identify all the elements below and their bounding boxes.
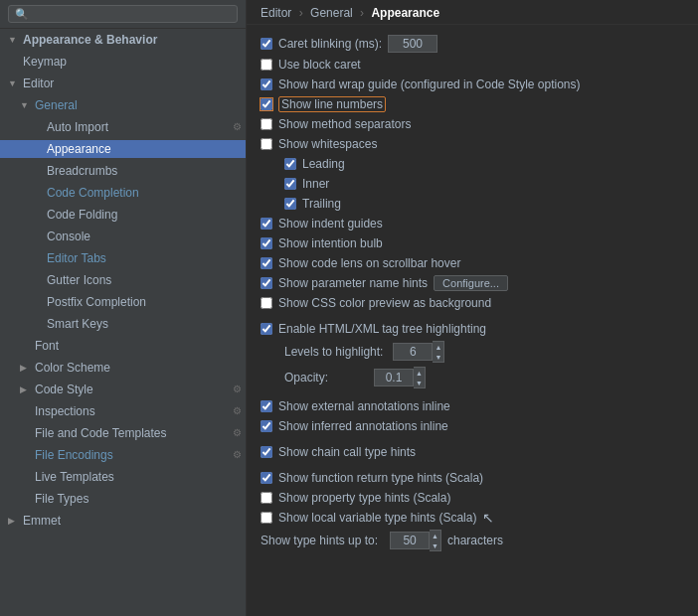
leading-checkbox[interactable] <box>284 158 296 170</box>
show-property-wrapper[interactable]: Show property type hints (Scala) <box>261 491 450 505</box>
opacity-input[interactable] <box>374 369 414 386</box>
show-external-checkbox[interactable] <box>261 400 272 412</box>
sidebar-item-appearance-behavior[interactable]: Appearance & Behavior <box>0 29 246 51</box>
show-hard-wrap-wrapper[interactable]: Show hard wrap guide (configured in Code… <box>261 77 581 91</box>
leading-label: Leading <box>302 157 345 171</box>
show-local-variable-wrapper[interactable]: Show local variable type hints (Scala) <box>261 511 476 525</box>
show-indent-guides-label: Show indent guides <box>278 217 383 231</box>
show-hard-wrap-checkbox[interactable] <box>261 78 272 90</box>
show-external-wrapper[interactable]: Show external annotations inline <box>261 399 450 413</box>
configure-button[interactable]: Configure... <box>434 275 508 291</box>
enable-html-xml-wrapper[interactable]: Enable HTML/XML tag tree highlighting <box>261 322 486 336</box>
type-hints-up-button[interactable]: ▲ <box>430 531 440 540</box>
sidebar-item-code-folding[interactable]: Code Folding <box>0 204 246 226</box>
show-chain-row: Show chain call type hints <box>261 442 684 462</box>
sidebar-item-inspections[interactable]: Inspections ⚙ <box>0 400 246 422</box>
opacity-spinner[interactable]: ▲ ▼ <box>374 367 426 388</box>
sidebar-item-editor-tabs[interactable]: Editor Tabs <box>0 247 246 269</box>
sidebar-item-postfix-completion[interactable]: Postfix Completion <box>0 291 246 313</box>
show-line-numbers-checkbox[interactable] <box>261 98 272 110</box>
sidebar-item-gutter-icons[interactable]: Gutter Icons <box>0 269 246 291</box>
type-hints-spinner-arrows[interactable]: ▲ ▼ <box>430 530 441 551</box>
show-indent-guides-checkbox[interactable] <box>261 218 272 230</box>
trailing-wrapper[interactable]: Trailing <box>284 197 341 211</box>
sidebar-item-console[interactable]: Console <box>0 226 246 247</box>
show-hard-wrap-label: Show hard wrap guide (configured in Code… <box>278 77 581 91</box>
show-param-hints-label: Show parameter name hints <box>278 276 428 290</box>
sidebar-item-font[interactable]: Font <box>0 335 246 357</box>
levels-down-button[interactable]: ▼ <box>433 352 443 362</box>
levels-up-button[interactable]: ▲ <box>433 342 443 352</box>
opacity-up-button[interactable]: ▲ <box>414 368 425 378</box>
cursor-icon: ↖ <box>482 510 494 526</box>
show-chain-wrapper[interactable]: Show chain call type hints <box>261 445 416 459</box>
show-chain-checkbox[interactable] <box>261 446 272 458</box>
sidebar-item-live-templates[interactable]: Live Templates <box>0 466 246 488</box>
show-whitespaces-wrapper[interactable]: Show whitespaces <box>261 137 377 151</box>
show-whitespaces-checkbox[interactable] <box>261 138 272 150</box>
show-property-checkbox[interactable] <box>261 492 272 504</box>
sidebar-item-breadcrumbs[interactable]: Breadcrumbs <box>0 160 246 182</box>
sidebar-item-emmet[interactable]: Emmet <box>0 510 246 532</box>
breadcrumb-sep-1: › <box>299 6 303 20</box>
enable-html-xml-checkbox[interactable] <box>261 323 272 335</box>
show-line-numbers-row: Show line numbers <box>261 94 684 114</box>
show-function-return-checkbox[interactable] <box>261 472 272 484</box>
sidebar-item-editor[interactable]: Editor <box>0 73 246 94</box>
caret-blinking-input[interactable] <box>388 35 437 53</box>
sidebar-item-file-types[interactable]: File Types <box>0 488 246 510</box>
inner-wrapper[interactable]: Inner <box>284 177 329 191</box>
show-code-lens-checkbox[interactable] <box>261 257 272 269</box>
spinner-arrows[interactable]: ▲ ▼ <box>433 341 444 363</box>
sidebar-item-general[interactable]: General <box>0 94 246 116</box>
sidebar-item-keymap[interactable]: Keymap <box>0 51 246 73</box>
caret-blinking-checkbox-wrapper[interactable]: Caret blinking (ms): <box>261 37 382 51</box>
show-param-hints-checkbox[interactable] <box>261 277 272 289</box>
sidebar-item-code-completion[interactable]: Code Completion <box>0 182 246 204</box>
show-local-variable-checkbox[interactable] <box>261 512 272 524</box>
sidebar-item-auto-import[interactable]: Auto Import ⚙ <box>0 116 246 138</box>
show-property-row: Show property type hints (Scala) <box>261 488 684 508</box>
leading-wrapper[interactable]: Leading <box>284 157 345 171</box>
sidebar-item-label: Inspections <box>35 404 226 418</box>
show-indent-guides-wrapper[interactable]: Show indent guides <box>261 217 383 231</box>
use-block-caret-checkbox[interactable] <box>261 59 272 71</box>
sidebar-item-code-style[interactable]: Code Style ⚙ <box>0 379 246 400</box>
type-hints-input[interactable] <box>390 532 430 549</box>
caret-blinking-checkbox[interactable] <box>261 38 272 50</box>
show-intention-bulb-wrapper[interactable]: Show intention bulb <box>261 236 383 250</box>
levels-spinner[interactable]: ▲ ▼ <box>393 341 444 363</box>
show-css-color-checkbox[interactable] <box>261 297 272 309</box>
sidebar-item-label: Breadcrumbs <box>47 164 117 178</box>
show-method-separators-wrapper[interactable]: Show method separators <box>261 117 411 131</box>
show-code-lens-wrapper[interactable]: Show code lens on scrollbar hover <box>261 256 460 270</box>
sidebar-item-file-code-templates[interactable]: File and Code Templates ⚙ <box>0 422 246 444</box>
show-line-numbers-label: Show line numbers <box>278 96 386 112</box>
show-param-hints-wrapper[interactable]: Show parameter name hints <box>261 276 428 290</box>
search-input[interactable] <box>8 5 238 23</box>
arrow-down-icon <box>20 100 32 110</box>
opacity-spinner-arrows[interactable]: ▲ ▼ <box>414 367 426 388</box>
arrow-right-icon <box>8 516 20 526</box>
sidebar-item-appearance[interactable]: Appearance <box>0 138 246 160</box>
show-css-color-wrapper[interactable]: Show CSS color preview as background <box>261 296 491 310</box>
trailing-checkbox[interactable] <box>284 198 296 210</box>
show-inferred-wrapper[interactable]: Show inferred annotations inline <box>261 419 448 433</box>
sidebar-item-color-scheme[interactable]: Color Scheme <box>0 357 246 379</box>
sidebar-item-smart-keys[interactable]: Smart Keys <box>0 313 246 335</box>
sidebar-item-label: Emmet <box>23 514 61 528</box>
show-function-return-wrapper[interactable]: Show function return type hints (Scala) <box>261 471 483 485</box>
show-method-separators-checkbox[interactable] <box>261 118 272 130</box>
search-bar[interactable] <box>0 0 246 29</box>
type-hints-spinner[interactable]: ▲ ▼ <box>390 530 441 551</box>
use-block-caret-wrapper[interactable]: Use block caret <box>261 58 361 72</box>
show-intention-bulb-checkbox[interactable] <box>261 237 272 249</box>
show-inferred-label: Show inferred annotations inline <box>278 419 448 433</box>
opacity-down-button[interactable]: ▼ <box>414 378 425 387</box>
inner-checkbox[interactable] <box>284 178 296 190</box>
type-hints-down-button[interactable]: ▼ <box>430 540 440 550</box>
levels-input[interactable] <box>393 343 433 361</box>
show-inferred-checkbox[interactable] <box>261 420 272 432</box>
show-line-numbers-wrapper[interactable]: Show line numbers <box>261 96 386 112</box>
sidebar-item-file-encodings[interactable]: File Encodings ⚙ <box>0 444 246 466</box>
